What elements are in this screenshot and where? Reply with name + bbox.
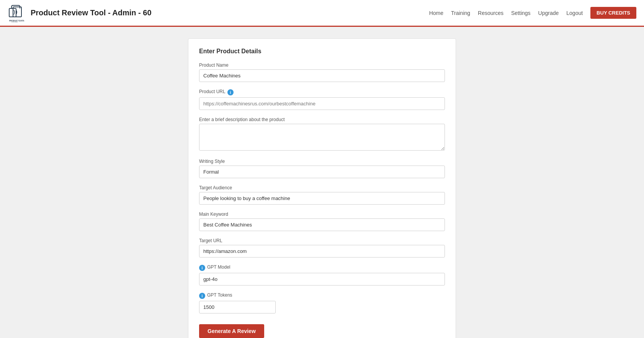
gpt-tokens-info-icon[interactable]: i: [199, 293, 205, 299]
product-name-group: Product Name: [199, 62, 445, 82]
writing-style-group: Writing Style: [199, 159, 445, 178]
header: PRODUCT DATA MINER Product Review Tool -…: [0, 0, 644, 27]
nav-training[interactable]: Training: [451, 10, 470, 16]
product-name-input[interactable]: [199, 69, 445, 82]
description-group: Enter a brief description about the prod…: [199, 117, 445, 152]
nav-resources[interactable]: Resources: [478, 10, 503, 16]
target-url-label: Target URL: [199, 238, 445, 243]
gpt-tokens-label: GPT Tokens: [207, 292, 232, 298]
product-url-input[interactable]: [199, 97, 445, 110]
header-nav: Home Training Resources Settings Upgrade…: [429, 7, 636, 19]
page-title: Product Review Tool - Admin - 60: [31, 8, 152, 17]
gpt-tokens-group: i GPT Tokens: [199, 292, 445, 313]
target-audience-label: Target Audience: [199, 185, 445, 190]
nav-settings[interactable]: Settings: [511, 10, 531, 16]
header-left: PRODUCT DATA MINER Product Review Tool -…: [8, 4, 152, 22]
nav-upgrade[interactable]: Upgrade: [538, 10, 559, 16]
writing-style-input[interactable]: [199, 166, 445, 178]
main-keyword-input[interactable]: [199, 218, 445, 231]
form-card: Enter Product Details Product Name Produ…: [188, 38, 456, 338]
form-title: Enter Product Details: [199, 48, 445, 55]
gpt-tokens-input[interactable]: [199, 301, 276, 313]
target-audience-group: Target Audience: [199, 185, 445, 205]
svg-text:MINER: MINER: [11, 21, 18, 22]
nav-logout[interactable]: Logout: [566, 10, 583, 16]
main-keyword-label: Main Keyword: [199, 212, 445, 217]
description-label: Enter a brief description about the prod…: [199, 117, 445, 122]
product-url-group: Product URL i: [199, 89, 445, 110]
gpt-model-label-row: i GPT Model: [199, 264, 445, 271]
target-url-input[interactable]: [199, 245, 445, 258]
gpt-model-label: GPT Model: [207, 264, 230, 270]
product-name-label: Product Name: [199, 62, 445, 68]
target-url-group: Target URL: [199, 238, 445, 258]
product-url-label-row: Product URL i: [199, 89, 445, 96]
main-content: Enter Product Details Product Name Produ…: [0, 27, 644, 338]
writing-style-label: Writing Style: [199, 159, 445, 164]
gpt-model-group: i GPT Model: [199, 264, 445, 285]
nav-home[interactable]: Home: [429, 10, 443, 16]
main-keyword-group: Main Keyword: [199, 212, 445, 231]
target-audience-input[interactable]: [199, 192, 445, 205]
generate-review-button[interactable]: Generate A Review: [199, 324, 264, 338]
product-url-label: Product URL: [199, 89, 226, 94]
buy-credits-button[interactable]: BUY CREDITS: [590, 7, 636, 19]
product-url-info-icon[interactable]: i: [227, 89, 234, 95]
description-textarea[interactable]: [199, 124, 445, 151]
gpt-model-input[interactable]: [199, 273, 445, 285]
gpt-model-info-icon[interactable]: i: [199, 265, 205, 271]
logo-icon: PRODUCT DATA MINER: [8, 4, 26, 22]
gpt-tokens-label-row: i GPT Tokens: [199, 292, 445, 299]
